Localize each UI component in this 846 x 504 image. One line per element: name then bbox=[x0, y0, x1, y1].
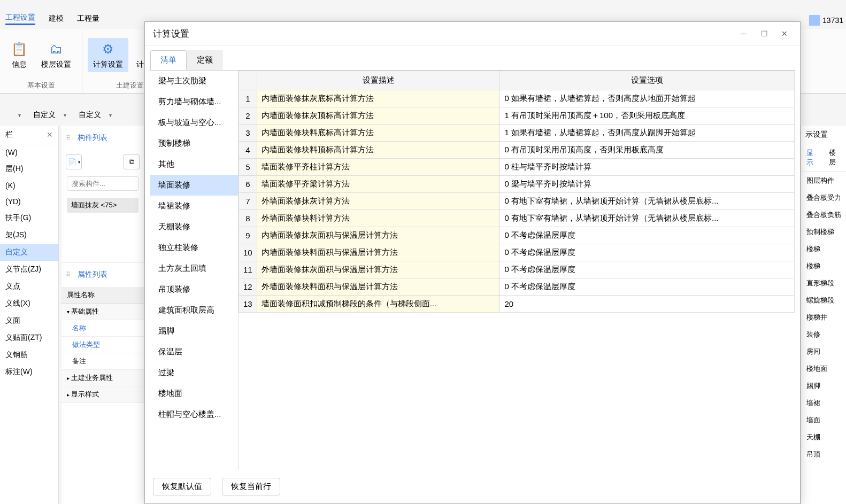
search-input[interactable] bbox=[67, 176, 139, 191]
setting-option[interactable]: 0 不考虑保温层厚度 bbox=[500, 227, 795, 244]
layer-item[interactable]: 预制楼梯 bbox=[801, 223, 846, 241]
setting-option[interactable]: 0 有吊顶时采用吊顶高度，否则采用板底高度 bbox=[500, 142, 795, 159]
layer-item[interactable]: 房间 bbox=[801, 343, 846, 360]
tree-item[interactable]: 义节点(ZJ) bbox=[0, 261, 58, 278]
category-item[interactable]: 独立柱装修 bbox=[150, 237, 238, 258]
table-row[interactable]: 10内墙面装修块料面积与保温层计算方法0 不考虑保温层厚度 bbox=[239, 244, 795, 261]
layer-item[interactable]: 踢脚 bbox=[801, 377, 846, 394]
property-group-basic[interactable]: 基础属性 bbox=[61, 304, 144, 320]
layer-item[interactable]: 天棚 bbox=[801, 429, 846, 446]
category-item[interactable]: 梁与主次肋梁 bbox=[150, 71, 238, 91]
property-row[interactable]: 做法类型 bbox=[61, 337, 144, 353]
layer-item[interactable]: 楼梯 bbox=[801, 241, 846, 258]
setting-option[interactable]: 0 柱与墙平齐时按墙计算 bbox=[500, 159, 795, 176]
setting-option[interactable]: 0 梁与墙平齐时按墙计算 bbox=[500, 176, 795, 193]
tab-quantity[interactable]: 工程量 bbox=[77, 14, 99, 24]
setting-option[interactable]: 1 有吊顶时采用吊顶高度＋100，否则采用板底高度 bbox=[500, 107, 795, 125]
layer-item[interactable]: 楼梯井 bbox=[801, 309, 846, 326]
category-item[interactable]: 墙裙装修 bbox=[150, 196, 238, 216]
property-group-construction[interactable]: 土建业务属性 bbox=[61, 370, 144, 386]
table-row[interactable]: 5墙面装修平齐柱计算方法0 柱与墙平齐时按墙计算 bbox=[239, 159, 795, 176]
tree-item[interactable]: 义贴面(ZT) bbox=[0, 329, 58, 346]
dropdown-3[interactable]: 自定义 bbox=[74, 107, 117, 122]
layer-item[interactable]: 墙面 bbox=[801, 412, 846, 429]
setting-option[interactable]: 20 bbox=[500, 296, 795, 313]
component-list-tab[interactable]: 构件列表 bbox=[72, 130, 113, 146]
property-group-display[interactable]: 显示样式 bbox=[61, 386, 144, 403]
floor-settings-button[interactable]: 🗂 楼层设置 bbox=[36, 38, 76, 72]
tree-item[interactable]: 义线(X) bbox=[0, 295, 58, 312]
tab-floor[interactable]: 楼层 bbox=[824, 144, 846, 172]
minimize-button[interactable]: ─ bbox=[736, 27, 751, 40]
layer-item[interactable]: 楼梯 bbox=[801, 258, 846, 275]
table-row[interactable]: 9内墙面装修抹灰面积与保温层计算方法0 不考虑保温层厚度 bbox=[239, 227, 795, 244]
category-item[interactable]: 吊顶装修 bbox=[150, 279, 238, 300]
property-row[interactable]: 备注 bbox=[61, 353, 144, 370]
tree-item[interactable]: 自定义 bbox=[0, 244, 58, 261]
property-row[interactable]: 名称 bbox=[61, 320, 144, 337]
layer-item[interactable]: 楼地面 bbox=[801, 360, 846, 377]
component-item[interactable]: 墙面抹灰 <75> bbox=[67, 198, 139, 213]
tab-modeling[interactable]: 建模 bbox=[49, 14, 64, 24]
layer-item[interactable]: 图层构件 bbox=[801, 172, 846, 189]
tree-item[interactable]: (YD) bbox=[0, 193, 58, 210]
table-row[interactable]: 8外墙面装修块料计算方法0 有地下室有墙裙，从墙裙顶开始计算（无墙裙从楼层底标.… bbox=[239, 210, 795, 227]
layer-item[interactable]: 螺旋梯段 bbox=[801, 292, 846, 309]
setting-option[interactable]: 0 如果有墙裙，从墙裙算起，否则高度从地面开始算起 bbox=[500, 90, 795, 107]
restore-current-row-button[interactable]: 恢复当前行 bbox=[222, 478, 280, 495]
category-item[interactable]: 预制楼梯 bbox=[150, 133, 238, 154]
category-item[interactable]: 土方灰土回填 bbox=[150, 258, 238, 279]
tree-item[interactable]: 义钢筋 bbox=[0, 346, 58, 363]
category-item[interactable]: 剪力墙与砌体墙... bbox=[150, 91, 238, 112]
tree-item[interactable]: (K) bbox=[0, 177, 58, 193]
setting-option[interactable]: 0 有地下室有墙裙，从墙裙顶开始计算（无墙裙从楼层底标... bbox=[500, 210, 795, 227]
table-row[interactable]: 13墙面装修面积扣减预制梯段的条件（与梯段侧面...20 bbox=[239, 296, 795, 313]
dropdown-2[interactable]: 自定义 bbox=[28, 107, 71, 122]
table-row[interactable]: 3内墙面装修块料底标高计算方法1 如果有墙裙，从墙裙算起，否则高度从踢脚开始算起 bbox=[239, 125, 795, 142]
tree-item[interactable]: 义面 bbox=[0, 312, 58, 329]
table-row[interactable]: 6墙面装修平齐梁计算方法0 梁与墙平齐时按墙计算 bbox=[239, 176, 795, 193]
layer-item[interactable]: 直形梯段 bbox=[801, 275, 846, 292]
table-row[interactable]: 11外墙面装修抹灰面积与保温层计算方法0 不考虑保温层厚度 bbox=[239, 261, 795, 278]
tab-project-settings[interactable]: 工程设置 bbox=[5, 13, 35, 25]
category-item[interactable]: 板与坡道与空心... bbox=[150, 112, 238, 133]
category-item[interactable]: 踢脚 bbox=[150, 321, 238, 342]
property-list-tab[interactable]: 属性列表 bbox=[72, 267, 113, 283]
category-item[interactable]: 过梁 bbox=[150, 362, 238, 383]
setting-option[interactable]: 0 不考虑保温层厚度 bbox=[500, 261, 795, 278]
setting-option[interactable]: 0 有地下室有墙裙，从墙裙顶开始计算（无墙裙从楼层底标... bbox=[500, 193, 795, 210]
tree-item[interactable]: 扶手(G) bbox=[0, 210, 58, 227]
category-item[interactable]: 建筑面积取层高 bbox=[150, 300, 238, 321]
category-item[interactable]: 保温层 bbox=[150, 342, 238, 362]
restore-defaults-button[interactable]: 恢复默认值 bbox=[153, 478, 211, 495]
layer-item[interactable]: 装修 bbox=[801, 326, 846, 343]
tree-item[interactable]: 层(H) bbox=[0, 160, 58, 177]
table-row[interactable]: 1内墙面装修抹灰底标高计算方法0 如果有墙裙，从墙裙算起，否则高度从地面开始算起 bbox=[239, 90, 795, 107]
dropdown-1[interactable] bbox=[5, 110, 26, 121]
table-row[interactable]: 12外墙面装修块料面积与保温层计算方法0 不考虑保温层厚度 bbox=[239, 278, 795, 296]
layer-item[interactable]: 吊顶 bbox=[801, 446, 846, 463]
category-item[interactable]: 其他 bbox=[150, 154, 238, 175]
category-item[interactable]: 柱帽与空心楼盖... bbox=[150, 404, 238, 425]
category-item[interactable]: 墙面装修 bbox=[150, 175, 238, 196]
tab-display[interactable]: 显示 bbox=[801, 144, 824, 172]
category-item[interactable]: 楼地面 bbox=[150, 383, 238, 404]
layer-item[interactable]: 叠合板受力 bbox=[801, 189, 846, 206]
setting-option[interactable]: 0 不考虑保温层厚度 bbox=[500, 278, 795, 296]
calc-settings-button[interactable]: ⚙ 计算设置 bbox=[88, 38, 128, 72]
category-item[interactable]: 天棚装修 bbox=[150, 216, 238, 237]
copy-button[interactable]: ⧉ bbox=[124, 154, 140, 169]
setting-option[interactable]: 1 如果有墙裙，从墙裙算起，否则高度从踢脚开始算起 bbox=[500, 125, 795, 142]
layer-item[interactable]: 叠合板负筋 bbox=[801, 206, 846, 223]
tree-item[interactable]: 架(JS) bbox=[0, 227, 58, 244]
table-row[interactable]: 7外墙面装修抹灰计算方法0 有地下室有墙裙，从墙裙顶开始计算（无墙裙从楼层底标.… bbox=[239, 193, 795, 210]
tree-item[interactable]: 标注(W) bbox=[0, 363, 58, 381]
close-icon[interactable]: ✕ bbox=[47, 130, 53, 139]
tree-item[interactable]: 义点 bbox=[0, 278, 58, 295]
table-row[interactable]: 4内墙面装修块料顶标高计算方法0 有吊顶时采用吊顶高度，否则采用板底高度 bbox=[239, 142, 795, 159]
tab-quota[interactable]: 定额 bbox=[187, 50, 223, 70]
close-button[interactable]: ✕ bbox=[777, 27, 792, 40]
tab-list[interactable]: 清单 bbox=[150, 50, 187, 70]
new-component-button[interactable]: 📄 bbox=[66, 154, 82, 169]
maximize-button[interactable]: ☐ bbox=[757, 27, 772, 40]
